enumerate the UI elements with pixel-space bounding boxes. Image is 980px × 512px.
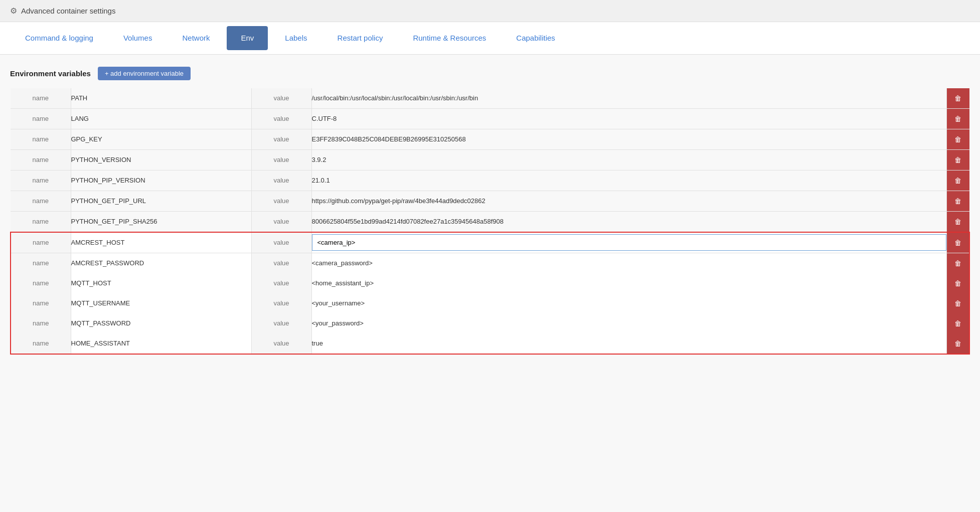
value-label: value — [251, 313, 311, 333]
env-value-cell: E3FF2839C048B25C084DEBE9B26995E310250568 — [311, 129, 946, 149]
value-label: value — [251, 191, 311, 211]
env-name-value: MQTT_USERNAME — [71, 293, 251, 313]
env-value-cell: https://github.com/pypa/get-pip/raw/4be3… — [311, 191, 946, 211]
env-value-cell: /usr/local/bin:/usr/local/sbin:/usr/loca… — [311, 88, 946, 109]
table-row: namePYTHON_VERSIONvalue3.9.2🗑 — [11, 149, 969, 170]
table-row: nameMQTT_USERNAMEvalue<your_username>🗑 — [11, 293, 969, 313]
delete-button[interactable]: 🗑 — [946, 232, 969, 253]
table-row: nameAMCREST_HOSTvalue🗑 — [11, 232, 969, 253]
tabs-container: Command & loggingVolumesNetworkEnvLabels… — [0, 22, 980, 55]
name-label: name — [11, 273, 71, 293]
delete-button[interactable]: 🗑 — [946, 129, 969, 149]
delete-button[interactable]: 🗑 — [946, 293, 969, 313]
name-label: name — [11, 253, 71, 273]
delete-button[interactable]: 🗑 — [946, 313, 969, 333]
content-area: Environment variables + add environment … — [0, 55, 980, 367]
tab-capabilities[interactable]: Capabilities — [501, 22, 570, 54]
name-label: name — [11, 293, 71, 313]
add-env-var-button[interactable]: + add environment variable — [98, 67, 191, 80]
name-label: name — [11, 149, 71, 170]
env-value-cell: 21.0.1 — [311, 170, 946, 191]
tab-restart-policy[interactable]: Restart policy — [322, 22, 398, 54]
env-name-value: GPG_KEY — [71, 129, 251, 149]
value-label: value — [251, 170, 311, 191]
value-label: value — [251, 293, 311, 313]
value-label: value — [251, 108, 311, 129]
table-row: namePYTHON_GET_PIP_SHA256value8006625804… — [11, 211, 969, 232]
env-value-input[interactable] — [312, 234, 946, 251]
gear-icon: ⚙ — [10, 6, 17, 16]
trash-icon: 🗑 — [947, 150, 970, 170]
trash-icon: 🗑 — [947, 88, 970, 108]
trash-icon: 🗑 — [947, 253, 969, 273]
tab-command-logging[interactable]: Command & logging — [10, 22, 108, 54]
table-row: nameAMCREST_PASSWORDvalue<camera_passwor… — [11, 253, 969, 273]
env-value-cell: <your_username> — [311, 293, 946, 313]
env-value-cell: <your_password> — [311, 313, 946, 333]
env-name-value: AMCREST_HOST — [71, 232, 251, 253]
delete-button[interactable]: 🗑 — [946, 108, 969, 129]
env-name-value: LANG — [71, 108, 251, 129]
delete-button[interactable]: 🗑 — [946, 273, 969, 293]
name-label: name — [11, 88, 71, 109]
tab-network[interactable]: Network — [167, 22, 225, 54]
tab-runtime-resources[interactable]: Runtime & Resources — [398, 22, 501, 54]
value-label: value — [251, 273, 311, 293]
trash-icon: 🗑 — [947, 233, 969, 253]
section-title: Environment variables — [10, 69, 91, 78]
trash-icon: 🗑 — [947, 191, 970, 211]
trash-icon: 🗑 — [947, 273, 969, 293]
table-row: nameMQTT_PASSWORDvalue<your_password>🗑 — [11, 313, 969, 333]
name-label: name — [11, 129, 71, 149]
delete-button[interactable]: 🗑 — [946, 333, 969, 354]
delete-button[interactable]: 🗑 — [946, 211, 969, 232]
env-name-value: AMCREST_PASSWORD — [71, 253, 251, 273]
table-row: nameLANGvalueC.UTF-8🗑 — [11, 108, 969, 129]
env-name-value: HOME_ASSISTANT — [71, 333, 251, 354]
table-row: namePYTHON_GET_PIP_URLvaluehttps://githu… — [11, 191, 969, 211]
name-label: name — [11, 232, 71, 253]
value-label: value — [251, 149, 311, 170]
value-label: value — [251, 333, 311, 354]
env-table: namePATHvalue/usr/local/bin:/usr/local/s… — [10, 88, 970, 355]
value-label: value — [251, 129, 311, 149]
name-label: name — [11, 191, 71, 211]
table-row: nameGPG_KEYvalueE3FF2839C048B25C084DEBE9… — [11, 129, 969, 149]
trash-icon: 🗑 — [947, 293, 969, 313]
trash-icon: 🗑 — [947, 212, 970, 232]
delete-button[interactable]: 🗑 — [946, 253, 969, 273]
delete-button[interactable]: 🗑 — [946, 88, 969, 109]
trash-icon: 🗑 — [947, 129, 970, 149]
delete-button[interactable]: 🗑 — [946, 191, 969, 211]
name-label: name — [11, 170, 71, 191]
tab-labels[interactable]: Labels — [270, 22, 322, 54]
env-name-value: PYTHON_PIP_VERSION — [71, 170, 251, 191]
env-value-cell: 8006625804f55e1bd99ad4214fd07082fee27a1c… — [311, 211, 946, 232]
env-value-cell: <camera_password> — [311, 253, 946, 273]
trash-icon: 🗑 — [947, 313, 969, 333]
name-label: name — [11, 108, 71, 129]
env-name-value: MQTT_PASSWORD — [71, 313, 251, 333]
delete-button[interactable]: 🗑 — [946, 149, 969, 170]
trash-icon: 🗑 — [947, 109, 970, 129]
page-title: Advanced container settings — [21, 7, 115, 15]
name-label: name — [11, 333, 71, 354]
env-value-cell[interactable] — [311, 232, 946, 253]
trash-icon: 🗑 — [947, 333, 969, 354]
trash-icon: 🗑 — [947, 170, 970, 191]
value-label: value — [251, 211, 311, 232]
env-name-value: PATH — [71, 88, 251, 109]
section-header: Environment variables + add environment … — [10, 67, 970, 80]
value-label: value — [251, 232, 311, 253]
tab-volumes[interactable]: Volumes — [108, 22, 168, 54]
env-value-cell: <home_assistant_ip> — [311, 273, 946, 293]
name-label: name — [11, 211, 71, 232]
env-name-value: PYTHON_VERSION — [71, 149, 251, 170]
table-row: namePYTHON_PIP_VERSIONvalue21.0.1🗑 — [11, 170, 969, 191]
env-vars-table-wrapper: namePATHvalue/usr/local/bin:/usr/local/s… — [10, 88, 970, 355]
env-name-value: PYTHON_GET_PIP_SHA256 — [71, 211, 251, 232]
table-row: nameHOME_ASSISTANTvaluetrue🗑 — [11, 333, 969, 354]
delete-button[interactable]: 🗑 — [946, 170, 969, 191]
table-row: namePATHvalue/usr/local/bin:/usr/local/s… — [11, 88, 969, 109]
tab-env[interactable]: Env — [227, 26, 268, 50]
